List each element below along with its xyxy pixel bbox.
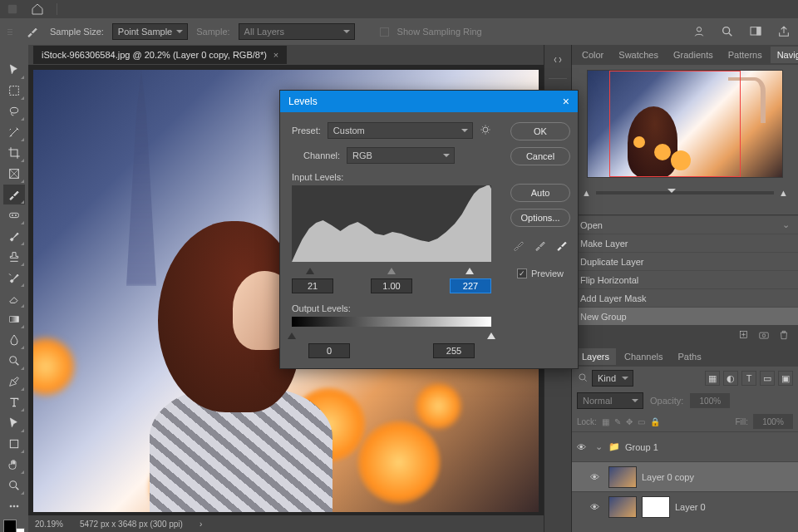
mask-thumbnail[interactable] <box>642 496 670 518</box>
filter-adjust-icon[interactable]: ◐ <box>723 371 738 386</box>
preset-menu-icon[interactable] <box>480 124 491 137</box>
history-step[interactable]: New Group <box>572 307 798 325</box>
tab-swatches[interactable]: Swatches <box>612 47 665 63</box>
output-sliders[interactable] <box>292 328 491 338</box>
gray-point-eyedropper-icon[interactable] <box>534 239 547 254</box>
sample-size-dropdown[interactable]: Point Sample <box>112 23 188 40</box>
lock-pos-icon[interactable]: ✥ <box>626 417 633 426</box>
sample-scope-dropdown[interactable]: All Layers <box>239 23 355 40</box>
eraser-tool[interactable] <box>3 288 25 308</box>
close-icon[interactable]: × <box>563 95 569 108</box>
navigator-thumbnail[interactable] <box>587 70 783 178</box>
path-select-tool[interactable] <box>3 413 25 433</box>
visibility-icon[interactable]: 👁 <box>590 502 603 512</box>
type-tool[interactable] <box>3 392 25 412</box>
layer-row[interactable]: 👁 Layer 0 copy <box>572 461 798 491</box>
cloud-docs-icon[interactable] <box>690 22 708 41</box>
input-sliders[interactable] <box>292 264 491 273</box>
show-ring-checkbox[interactable] <box>380 27 389 37</box>
blur-tool[interactable] <box>3 330 25 350</box>
layer-row-group[interactable]: 👁 ⌄ 📁 Group 1 <box>572 431 798 461</box>
layer-thumbnail[interactable] <box>608 466 637 488</box>
black-point-eyedropper-icon[interactable] <box>512 239 525 254</box>
output-gradient[interactable] <box>292 317 491 327</box>
visibility-icon[interactable]: 👁 <box>590 472 603 482</box>
hand-tool[interactable] <box>3 455 25 475</box>
tab-color[interactable]: Color <box>575 47 610 63</box>
channel-dropdown[interactable]: RGB <box>347 147 455 164</box>
ok-button[interactable]: OK <box>510 122 570 140</box>
fill-input[interactable] <box>753 414 793 429</box>
optbar-grip[interactable] <box>5 27 15 37</box>
lock-brush-icon[interactable]: ✎ <box>614 417 621 426</box>
navigator-zoom-slider[interactable] <box>596 191 774 195</box>
filter-type-icon[interactable]: T <box>741 371 756 386</box>
zoom-tool[interactable] <box>3 475 25 495</box>
layer-name[interactable]: Group 1 <box>625 442 658 452</box>
share-icon[interactable] <box>775 22 793 41</box>
expand-panels-icon[interactable] <box>548 50 568 70</box>
lock-artboard-icon[interactable]: ▭ <box>638 417 645 426</box>
tab-paths[interactable]: Paths <box>672 348 708 365</box>
lock-all-icon[interactable]: 🔒 <box>650 417 660 426</box>
layer-thumbnail[interactable] <box>608 496 637 518</box>
filter-kind-dropdown[interactable]: Kind <box>592 370 633 387</box>
history-step[interactable]: Open⌄ <box>572 215 798 234</box>
filter-shape-icon[interactable]: ▭ <box>760 371 775 386</box>
options-button[interactable]: Options... <box>510 209 570 227</box>
opacity-input[interactable] <box>690 393 730 408</box>
brush-tool[interactable] <box>3 226 25 246</box>
preset-dropdown[interactable]: Custom <box>328 122 473 139</box>
zoom-readout[interactable]: 20.19% <box>35 520 63 529</box>
tab-layers[interactable]: Layers <box>575 348 616 365</box>
visibility-icon[interactable]: 👁 <box>577 442 590 452</box>
edit-toolbar[interactable] <box>3 496 25 516</box>
workspace-icon[interactable] <box>746 22 765 41</box>
home-icon[interactable] <box>28 0 47 18</box>
zoom-in-icon[interactable]: ▲ <box>779 188 788 198</box>
zoom-out-icon[interactable]: ▲ <box>582 188 591 198</box>
gradient-tool[interactable] <box>3 309 25 329</box>
input-black-field[interactable] <box>292 278 333 293</box>
close-tab-icon[interactable]: × <box>273 50 278 60</box>
auto-button[interactable]: Auto <box>510 184 570 202</box>
status-chevron-icon[interactable]: › <box>200 520 202 529</box>
tab-navigator[interactable]: Navigator <box>771 47 798 63</box>
filter-kind-icon[interactable] <box>577 372 589 385</box>
history-step[interactable]: Add Layer Mask <box>572 288 798 307</box>
output-white-field[interactable] <box>433 343 475 358</box>
layer-name[interactable]: Layer 0 copy <box>642 472 694 482</box>
layer-name[interactable]: Layer 0 <box>675 502 706 512</box>
frame-tool[interactable] <box>3 164 25 184</box>
tab-patterns[interactable]: Patterns <box>722 47 769 63</box>
dodge-tool[interactable] <box>3 351 25 371</box>
input-white-field[interactable] <box>450 278 491 293</box>
preview-checkbox[interactable]: ✓Preview <box>517 268 564 278</box>
filter-pixel-icon[interactable]: ▦ <box>705 371 720 386</box>
lasso-tool[interactable] <box>3 101 25 121</box>
new-doc-from-state-icon[interactable] <box>738 329 750 342</box>
input-gamma-field[interactable] <box>371 278 412 293</box>
cancel-button[interactable]: Cancel <box>510 147 570 165</box>
stamp-tool[interactable] <box>3 247 25 267</box>
tool-preset-icon[interactable] <box>23 22 42 41</box>
document-tab[interactable]: iStock-966306584.jpg @ 20.2% (Layer 0 co… <box>33 46 287 64</box>
white-point-eyedropper-icon[interactable] <box>555 239 569 254</box>
tab-channels[interactable]: Channels <box>618 348 669 365</box>
delete-state-icon[interactable] <box>778 329 790 342</box>
search-icon[interactable] <box>718 22 736 41</box>
chevron-down-icon[interactable]: ⌄ <box>595 441 603 452</box>
heal-tool[interactable] <box>3 205 25 225</box>
pen-tool[interactable] <box>3 372 25 392</box>
eyedropper-tool[interactable] <box>3 185 25 204</box>
layer-row[interactable]: 👁 Layer 0 <box>572 491 798 521</box>
filter-smart-icon[interactable]: ▣ <box>778 371 793 386</box>
tab-gradients[interactable]: Gradients <box>667 47 720 63</box>
lock-trans-icon[interactable]: ▦ <box>602 417 609 426</box>
blend-mode-dropdown[interactable]: Normal <box>577 392 643 409</box>
wand-tool[interactable] <box>3 122 25 142</box>
new-snapshot-icon[interactable] <box>758 329 770 342</box>
foreground-background-swatch[interactable] <box>3 520 25 532</box>
move-tool[interactable] <box>3 60 25 80</box>
shape-tool[interactable] <box>3 434 25 454</box>
